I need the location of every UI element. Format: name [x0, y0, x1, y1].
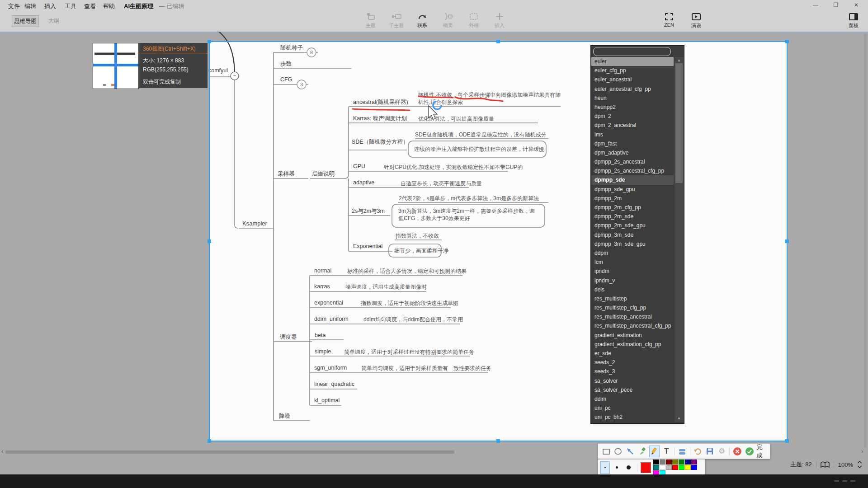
node-steps[interactable]: 步数: [280, 60, 292, 68]
color-swatch[interactable]: [672, 460, 678, 465]
sampler-option[interactable]: lms: [591, 130, 674, 139]
note-karras-sched[interactable]: 噪声调度，适用生成高质量图像时: [345, 283, 427, 291]
hscroll-right-icon[interactable]: ›: [861, 448, 863, 455]
node-ddim-uniform[interactable]: ddim_uniform: [314, 316, 349, 322]
node-seed[interactable]: 随机种子: [280, 44, 303, 52]
node-simple[interactable]: simple: [315, 348, 331, 355]
present-button[interactable]: 演说: [684, 12, 708, 29]
finish-capture-button[interactable]: [744, 446, 755, 457]
sampler-option[interactable]: gradient_estimation: [591, 331, 674, 340]
menu-insert[interactable]: 插入: [42, 0, 58, 12]
close-button[interactable]: ✕: [852, 1, 860, 9]
sampler-option[interactable]: heun: [591, 94, 674, 103]
note-exponential-2[interactable]: 细节少，画面柔和干净: [394, 247, 448, 254]
note-sde-1[interactable]: SDE包含随机项，ODE通常是确定性的，没有随机成分: [415, 131, 547, 138]
save-button[interactable]: [704, 446, 715, 457]
sampler-option[interactable]: res_multistep_ancestral_cfg_pp: [591, 321, 674, 330]
menu-view[interactable]: 查看: [82, 0, 98, 12]
sampler-option[interactable]: dpm_2_ancestral: [591, 121, 674, 130]
menu-edit[interactable]: 编辑: [23, 0, 38, 12]
note-sgm-uniform[interactable]: 简单均匀调度，适用于对采样质量有一致性要求的任务: [361, 365, 491, 372]
note-normal[interactable]: 标准的采样，适合大多情况，稳定和可预测的结果: [347, 267, 467, 275]
node-linear-quadratic[interactable]: linear_quadratic: [314, 381, 354, 387]
text-tool-button[interactable]: T: [661, 446, 672, 457]
color-swatch[interactable]: [679, 465, 684, 470]
collapse-minus[interactable]: −: [230, 73, 239, 78]
sampler-option[interactable]: dpm_fast: [591, 139, 674, 148]
sampler-option[interactable]: euler_ancestral: [591, 75, 674, 84]
sampler-option[interactable]: dpmpp_2m_cfg_pp: [591, 203, 674, 212]
sampler-option[interactable]: dpmpp_sde_gpu: [591, 185, 674, 194]
color-swatch[interactable]: [653, 460, 659, 465]
hscroll-thumb[interactable]: [5, 450, 454, 454]
sampler-option[interactable]: uni_pc: [591, 404, 674, 413]
node-exp-sched[interactable]: exponential: [314, 300, 343, 306]
node-normal[interactable]: normal: [314, 267, 331, 274]
sampler-option[interactable]: res_multistep: [591, 294, 674, 303]
current-color-swatch[interactable]: [641, 462, 651, 473]
boundary-button[interactable]: 外框: [462, 12, 486, 29]
note-ddim-uniform[interactable]: ddim均匀调度，与ddim配合使用，不常用: [363, 316, 463, 323]
node-ancestral[interactable]: ancestral(随机采样器): [353, 99, 408, 106]
topic-button[interactable]: 主题: [359, 12, 382, 29]
node-gpu[interactable]: GPU: [353, 163, 365, 169]
sampler-option[interactable]: euler_cfg_pp: [591, 66, 674, 75]
tab-outline[interactable]: 大纲: [44, 15, 63, 26]
color-swatch[interactable]: [660, 460, 665, 465]
note-exponential-1[interactable]: 指数算法，不收敛: [396, 232, 439, 239]
sampler-option[interactable]: deis: [591, 285, 674, 294]
note-2s2m3m-2[interactable]: 3m为新算法，3m速度与2m一样，需要更多采样步数，调低CFG，步数大于30效果…: [398, 207, 539, 222]
sampler-option[interactable]: seeds_2: [591, 358, 674, 367]
sampler-option[interactable]: er_sde: [591, 349, 674, 358]
scroll-thumb[interactable]: [675, 63, 683, 183]
pen-size-medium-button[interactable]: [612, 461, 622, 474]
scroll-up-icon[interactable]: ▲: [675, 58, 684, 62]
sampler-option[interactable]: dpmpp_3m_sde: [591, 230, 674, 239]
summary-button[interactable]: 概要: [436, 12, 460, 29]
node-beta[interactable]: beta: [315, 332, 326, 338]
sampler-option[interactable]: dpmpp_2m: [591, 194, 674, 203]
node-sgm-uniform[interactable]: sgm_uniform: [314, 365, 347, 371]
color-swatch[interactable]: [685, 465, 691, 470]
sampler-option[interactable]: lcm: [591, 258, 674, 267]
sampler-option[interactable]: dpmpp_2m_sde: [591, 212, 674, 221]
sampler-option[interactable]: dpmpp_2m_sde_gpu: [591, 221, 674, 230]
node-kl-optimal[interactable]: kl_optimal: [314, 397, 340, 404]
node-scheduler[interactable]: 调度器: [280, 333, 297, 341]
finish-capture-label[interactable]: 完成: [757, 443, 767, 460]
sampler-option[interactable]: ddim: [591, 394, 674, 404]
sampler-option[interactable]: seeds_3: [591, 367, 674, 376]
sampler-option[interactable]: dpm_adaptive: [591, 148, 674, 157]
arrow-tool-button[interactable]: [625, 446, 636, 457]
node-karras-sched[interactable]: karras: [314, 283, 330, 290]
pen-size-small-button[interactable]: [600, 461, 610, 474]
note-karras[interactable]: 优化的算法，可以提高图像质量: [418, 115, 494, 122]
sampler-search-input[interactable]: [593, 47, 671, 56]
subtopic-button[interactable]: 子主题: [385, 12, 408, 29]
scroll-down-icon[interactable]: ▼: [675, 417, 684, 421]
cancel-capture-button[interactable]: [732, 446, 743, 457]
color-swatch[interactable]: [691, 460, 697, 465]
zoom-stepper[interactable]: [857, 460, 862, 469]
node-karras-schedule[interactable]: Karras: 噪声调度计划: [353, 115, 407, 122]
sampler-option[interactable]: ddpm: [591, 249, 674, 258]
node-sampler[interactable]: 采样器: [278, 170, 295, 178]
note-simple[interactable]: 简单调度，适用于对采样过程没有特别要求的简单任务: [344, 348, 474, 356]
note-sde-2[interactable]: 连续的噪声注入能够补偿扩散过程中的误差，计算缓慢: [414, 145, 544, 153]
mosaic-tool-button[interactable]: [677, 446, 688, 457]
note-exp-sched[interactable]: 指数调度，适用于初始阶段快速生成草图: [361, 300, 458, 307]
insert-button[interactable]: 插入: [488, 12, 511, 29]
node-denoise[interactable]: 降噪: [279, 413, 290, 420]
relationship-button[interactable]: 联系: [410, 12, 434, 29]
color-swatch[interactable]: [666, 465, 672, 470]
color-swatch[interactable]: [660, 465, 665, 470]
brush-tool-button[interactable]: [637, 446, 648, 457]
node-exponential[interactable]: Exponential: [353, 243, 382, 249]
sampler-option[interactable]: euler_ancestral_cfg_pp: [591, 84, 674, 94]
color-swatch[interactable]: [653, 465, 659, 470]
restore-button[interactable]: ❐: [832, 1, 840, 9]
color-swatch[interactable]: [672, 465, 678, 470]
node-ksampler[interactable]: Ksampler: [242, 220, 267, 227]
undo-button[interactable]: [692, 446, 703, 457]
notebook-icon[interactable]: [821, 461, 830, 468]
